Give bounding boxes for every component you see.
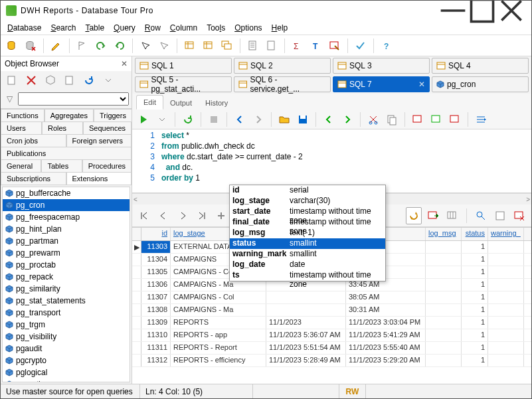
table-link-icon[interactable] [200, 37, 217, 54]
nav-fwd-icon[interactable] [250, 111, 267, 128]
table-row[interactable]: 11308CAMPAIGNS - Ma30:31 AM1 [132, 304, 531, 317]
menu-help[interactable]: Help [268, 22, 292, 34]
query-tab[interactable]: SQL 3 [333, 58, 430, 74]
grid-tool3-icon[interactable] [446, 111, 464, 128]
code-area[interactable]: select *from public.dwh_check dcwhere dc… [159, 129, 531, 193]
first-record-icon[interactable] [136, 207, 152, 224]
list-item[interactable]: pg_prewarm [3, 247, 130, 259]
table-row[interactable]: 11312REPORTS - efficiency11/1/2023 5:28:… [132, 355, 531, 367]
save-icon[interactable] [294, 111, 311, 128]
open-icon[interactable] [276, 111, 293, 128]
table-row[interactable]: 11309REPORTS11/1/202311/1/2023 3:03:04 P… [132, 317, 531, 329]
query-tab[interactable]: SQL 6 - service.get_... [234, 76, 331, 92]
grid-export-icon[interactable] [425, 207, 441, 224]
run-more-icon[interactable] [153, 111, 171, 128]
query-tab[interactable]: SQL 4 [432, 58, 529, 74]
sigma-icon[interactable]: Σ [289, 37, 306, 54]
list-item[interactable]: pg_visibility [3, 331, 130, 343]
subtab-history[interactable]: History [199, 96, 234, 110]
table-edit-icon[interactable] [326, 37, 343, 54]
menu-table[interactable]: Table [81, 22, 108, 34]
redo-icon[interactable] [111, 37, 128, 54]
category-tab[interactable]: Aggregates [44, 109, 94, 121]
category-tab[interactable]: Sequences [83, 121, 132, 134]
col-log-msg[interactable]: log_msg [426, 228, 462, 240]
col-status[interactable]: status [462, 228, 488, 240]
list-item[interactable]: pgrouting [3, 378, 130, 382]
filter-combo[interactable] [18, 92, 129, 106]
list-item[interactable]: pg_repack [3, 271, 130, 283]
table-dup-icon[interactable] [219, 37, 236, 54]
autocomplete-item[interactable]: tstimestamp without time zone [230, 270, 385, 281]
ob-delete-icon[interactable] [23, 72, 40, 89]
list-item[interactable]: pg_buffercache [3, 187, 130, 199]
table-new-icon[interactable] [181, 37, 199, 54]
next-record-icon[interactable] [175, 207, 191, 224]
menu-search[interactable]: Search [46, 22, 80, 34]
filter-icon[interactable]: ▽ [3, 94, 15, 104]
grid-blank-icon[interactable] [492, 207, 508, 224]
category-tab[interactable]: Subscriptions [1, 172, 66, 185]
category-tab[interactable]: Cron jobs [1, 134, 66, 147]
list-item[interactable]: pg_transport [3, 307, 130, 319]
grid-cols-icon[interactable] [444, 207, 460, 224]
list-item[interactable]: pg_partman [3, 235, 130, 247]
menu-tools[interactable]: Tools [203, 22, 229, 34]
subtab-edit[interactable]: Edit [136, 95, 163, 110]
query-tab[interactable]: SQL 1 [135, 58, 232, 74]
category-tab[interactable]: Foreign servers [66, 134, 132, 147]
report-icon[interactable] [244, 37, 262, 54]
category-tab[interactable]: Users [1, 121, 42, 134]
stop-icon[interactable] [205, 111, 222, 128]
history-back-icon[interactable] [320, 111, 337, 128]
find-icon[interactable] [137, 37, 154, 54]
list-item[interactable]: pg_cron [3, 199, 130, 211]
table-row[interactable]: 11311REPORTS - Report11/1/2023 5:51:54 A… [132, 342, 531, 355]
category-tab[interactable]: Triggers [94, 109, 132, 121]
autocomplete-item[interactable]: log_msgtext(-1) [230, 228, 385, 238]
nav-back-icon[interactable] [231, 111, 248, 128]
help-icon[interactable]: ? [378, 37, 395, 54]
autocomplete-item[interactable]: statussmallint [230, 238, 385, 249]
category-tab[interactable]: Functions [1, 109, 44, 121]
copy-icon[interactable] [383, 111, 400, 128]
autocomplete-item[interactable]: idserial [230, 185, 385, 196]
db-disconnect-icon[interactable] [22, 37, 39, 54]
category-tab[interactable]: General [1, 159, 41, 172]
grid-del-icon[interactable] [511, 207, 527, 224]
list-item[interactable]: pgaudit [3, 343, 130, 355]
category-tab[interactable]: Publications [1, 147, 132, 159]
list-item[interactable]: pglogical [3, 366, 130, 378]
history-fwd-icon[interactable] [339, 111, 356, 128]
list-item[interactable]: pg_proctab [3, 259, 130, 271]
text-icon[interactable]: T [308, 37, 325, 54]
table-row[interactable]: 11310REPORTS - app11/1/2023 5:36:07 AM11… [132, 329, 531, 342]
category-tab[interactable]: Roles [42, 121, 83, 134]
list-item[interactable]: pg_hint_plan [3, 223, 130, 235]
list-item[interactable]: pg_similarity [3, 283, 130, 295]
add-record-icon[interactable] [213, 207, 229, 224]
subtab-output[interactable]: Output [163, 96, 199, 110]
edit-icon[interactable] [48, 37, 65, 54]
list-item[interactable]: pgcrypto [3, 355, 130, 366]
prev-record-icon[interactable] [155, 207, 171, 224]
query-tab[interactable]: pg_cron [432, 76, 529, 92]
extensions-list[interactable]: pg_buffercachepg_cronpg_freespacemappg_h… [2, 187, 130, 382]
grid-search-icon[interactable] [473, 207, 489, 224]
category-tab[interactable]: Procedures [82, 159, 132, 172]
find-next-icon[interactable] [155, 37, 173, 54]
autocomplete-item[interactable]: log_stagevarchar(30) [230, 196, 385, 206]
menu-options[interactable]: Options [230, 22, 266, 34]
minimize-button[interactable] [438, 1, 468, 20]
indent-icon[interactable] [472, 111, 489, 128]
close-button[interactable] [497, 1, 526, 20]
menu-database[interactable]: Database [3, 22, 45, 34]
menu-query[interactable]: Query [110, 22, 139, 34]
autocomplete-item[interactable]: final_datetimestamp without time zone [230, 217, 385, 228]
report-new-icon[interactable] [263, 37, 280, 54]
tab-close-icon[interactable]: ✕ [418, 80, 425, 89]
flag-icon[interactable] [74, 37, 91, 54]
table-row[interactable]: 11307CAMPAIGNS - Col38:05 AM1 [132, 291, 531, 304]
query-tab[interactable]: SQL 2 [234, 58, 331, 74]
ob-more-icon[interactable] [100, 72, 117, 89]
